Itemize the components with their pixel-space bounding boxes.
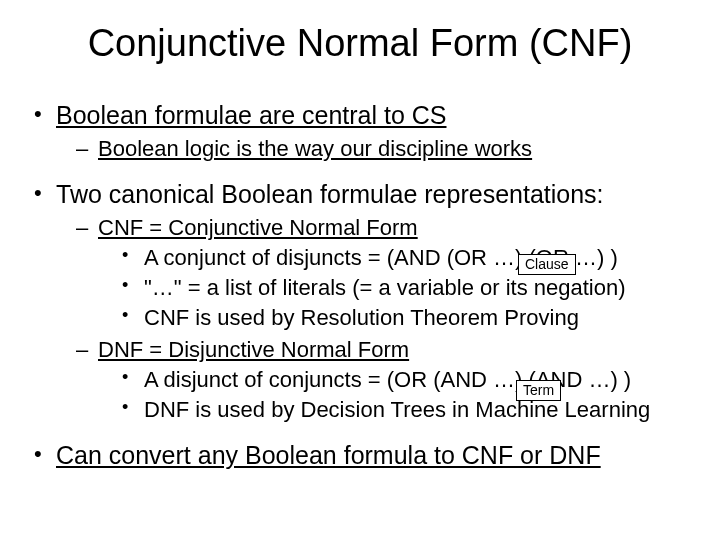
bullet-cnf-literals: "…" = a list of literals (= a variable o… [122, 275, 696, 301]
bullet-text: Can convert any Boolean formula to CNF o… [56, 441, 601, 469]
bullet-text: DNF = Disjunctive Normal Form [98, 337, 409, 362]
bullet-list-level2: Boolean logic is the way our discipline … [56, 136, 696, 162]
bullet-text: Boolean logic is the way our discipline … [98, 136, 532, 161]
bullet-list-level1: Boolean formulae are central to CS Boole… [0, 101, 720, 470]
bullet-two-canonical: Two canonical Boolean formulae represent… [28, 180, 696, 423]
bullet-list-level3: A disjunct of conjuncts = (OR (AND …) (A… [98, 367, 696, 423]
bullet-text: "…" = a list of literals (= a variable o… [144, 275, 626, 300]
bullet-cnf-use: CNF is used by Resolution Theorem Provin… [122, 305, 696, 331]
bullet-text: DNF is used by Decision Trees in Machine… [144, 397, 650, 422]
bullet-list-level2: CNF = Conjunctive Normal Form A conjunct… [56, 215, 696, 423]
bullet-text: Two canonical Boolean formulae represent… [56, 180, 604, 208]
slide-title: Conjunctive Normal Form (CNF) [0, 0, 720, 83]
bullet-boolean-central: Boolean formulae are central to CS Boole… [28, 101, 696, 162]
bullet-text: CNF = Conjunctive Normal Form [98, 215, 418, 240]
callout-clause: Clause [518, 254, 576, 275]
callout-term: Term [516, 380, 561, 401]
bullet-list-level3: A conjunct of disjuncts = (AND (OR …) (O… [98, 245, 696, 331]
bullet-cnf-def: A conjunct of disjuncts = (AND (OR …) (O… [122, 245, 696, 271]
bullet-text: Boolean formulae are central to CS [56, 101, 447, 129]
bullet-dnf-use: DNF is used by Decision Trees in Machine… [122, 397, 696, 423]
slide: Conjunctive Normal Form (CNF) Boolean fo… [0, 0, 720, 540]
bullet-convert: Can convert any Boolean formula to CNF o… [28, 441, 696, 470]
bullet-text: CNF is used by Resolution Theorem Provin… [144, 305, 579, 330]
bullet-dnf-def: A disjunct of conjuncts = (OR (AND …) (A… [122, 367, 696, 393]
bullet-boolean-logic: Boolean logic is the way our discipline … [76, 136, 696, 162]
bullet-cnf: CNF = Conjunctive Normal Form A conjunct… [76, 215, 696, 331]
bullet-dnf: DNF = Disjunctive Normal Form A disjunct… [76, 337, 696, 423]
